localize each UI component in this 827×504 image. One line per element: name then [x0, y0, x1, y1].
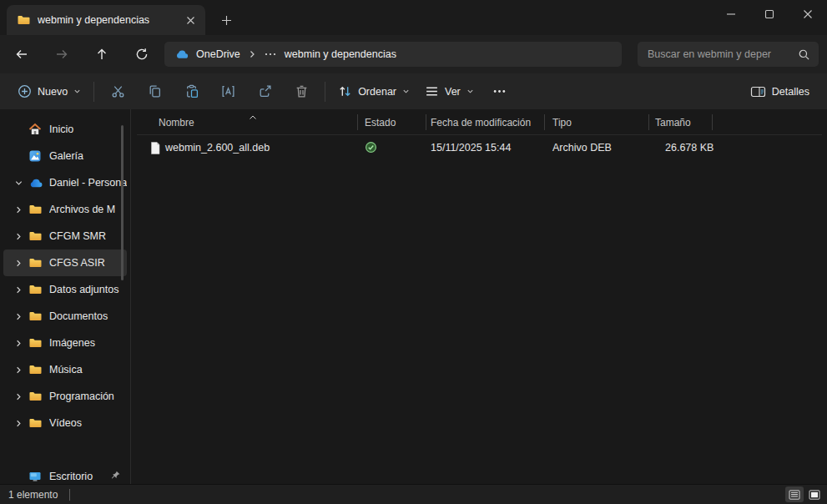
cut-button[interactable]	[99, 78, 136, 105]
command-bar: Nuevo Ordenar	[0, 73, 827, 109]
chevron-right-icon	[14, 392, 23, 401]
rename-button[interactable]	[209, 78, 246, 105]
share-button[interactable]	[246, 78, 283, 105]
folder-icon	[28, 416, 43, 431]
statusbar-divider	[69, 489, 70, 501]
column-header-fecha[interactable]: Fecha de modificación	[431, 117, 531, 129]
search-input[interactable]	[648, 48, 798, 60]
sidebar-item-inicio[interactable]: Inicio	[3, 116, 127, 143]
column-header-tipo[interactable]: Tipo	[552, 117, 572, 129]
sidebar-item-datos-adjuntos[interactable]: Datos adjuntos	[3, 276, 127, 303]
folder-icon	[28, 256, 43, 270]
sidebar-item-label: CFGM SMR	[49, 230, 127, 242]
column-resizer[interactable]	[426, 114, 426, 130]
column-resizer[interactable]	[544, 114, 545, 130]
sidebar-item-label: Inicio	[49, 123, 127, 135]
gallery-icon	[28, 149, 43, 164]
chevron-right-icon	[14, 339, 23, 348]
chevron-right-icon	[14, 285, 23, 295]
maximize-button[interactable]	[750, 0, 789, 28]
sidebar-item-videos[interactable]: Vídeos	[3, 410, 127, 436]
column-resizer[interactable]	[357, 114, 358, 130]
plus-circle-icon	[18, 84, 32, 98]
column-resizer[interactable]	[648, 114, 649, 130]
address-bar[interactable]: OneDrive webmin y dependencias	[164, 42, 622, 67]
file-icon	[149, 141, 162, 159]
chevron-right-icon	[14, 365, 23, 375]
chevron-right-icon	[14, 419, 23, 428]
chevron-down-icon	[466, 88, 474, 95]
sidebar-item-archivos-de-m[interactable]: Archivos de M	[3, 196, 127, 223]
sidebar-item-documentos[interactable]: Documentos	[3, 303, 127, 330]
chevron-down-icon	[402, 88, 410, 95]
chevron-down-icon	[14, 179, 23, 188]
minimize-button[interactable]	[712, 0, 750, 28]
sidebar-item-cfgs-asir[interactable]: CFGS ASIR	[3, 249, 127, 276]
sidebar-item-imagenes[interactable]: Imágenes	[3, 330, 127, 356]
tab-close-button[interactable]	[180, 10, 200, 30]
paste-button[interactable]	[173, 78, 209, 105]
sidebar-spacer	[0, 436, 130, 463]
delete-button[interactable]	[283, 78, 320, 105]
toolbar-divider	[325, 82, 325, 102]
sidebar-item-programacion[interactable]: Programación	[3, 383, 127, 410]
sidebar-item-label: Programación	[49, 391, 127, 402]
search-icon[interactable]	[798, 48, 810, 61]
new-button-label: Nuevo	[38, 86, 68, 98]
column-header-estado[interactable]: Estado	[365, 117, 396, 129]
column-header-nombre[interactable]: Nombre	[159, 117, 194, 129]
sidebar-item-escritorio[interactable]: Escritorio	[3, 463, 127, 484]
file-list-pane: Nombre Estado Fecha de modificación Tipo…	[132, 109, 827, 484]
details-view-toggle[interactable]	[785, 486, 804, 502]
sidebar-item-galeria[interactable]: Galería	[3, 143, 127, 169]
up-button[interactable]	[88, 41, 115, 68]
sidebar-scrollbar[interactable]	[121, 125, 124, 280]
view-button[interactable]: Ver	[417, 78, 482, 105]
column-header-tamano[interactable]: Tamaño	[655, 117, 691, 129]
details-pane-button[interactable]: Detalles	[743, 78, 817, 105]
file-name: webmin_2.600_all.deb	[165, 142, 270, 154]
desktop-icon	[28, 470, 43, 484]
toolbar-divider	[93, 82, 94, 102]
view-button-label: Ver	[445, 86, 461, 98]
folder-icon	[28, 310, 43, 324]
chevron-right-icon	[14, 259, 23, 268]
breadcrumb-current[interactable]: webmin y dependencias	[285, 48, 396, 60]
new-button[interactable]: Nuevo	[10, 78, 88, 105]
explorer-tab[interactable]: webmin y dependencias	[7, 5, 205, 35]
chevron-down-icon	[73, 88, 81, 95]
onedrive-icon	[28, 176, 43, 190]
back-button[interactable]	[8, 41, 35, 68]
sort-ascending-caret-icon	[249, 108, 257, 123]
sidebar-item-cfgm-smr[interactable]: CFGM SMR	[3, 223, 127, 249]
tab-title: webmin y dependencias	[38, 14, 180, 26]
search-box	[638, 42, 819, 67]
sort-button[interactable]: Ordenar	[330, 78, 417, 105]
thumbnail-view-toggle[interactable]	[805, 486, 824, 502]
copy-button[interactable]	[136, 78, 173, 105]
sort-button-label: Ordenar	[358, 86, 396, 98]
breadcrumb-root[interactable]: OneDrive	[196, 48, 240, 60]
window-controls	[712, 0, 827, 28]
sidebar-item-label: Música	[49, 364, 127, 375]
forward-button[interactable]	[48, 41, 75, 68]
chevron-right-icon[interactable]	[248, 50, 256, 58]
sidebar-item-label: Vídeos	[49, 417, 127, 429]
sidebar-item-label: Archivos de M	[49, 204, 127, 215]
refresh-button[interactable]	[129, 41, 155, 68]
sidebar-item-label: Escritorio	[49, 471, 110, 482]
close-button[interactable]	[789, 0, 827, 28]
sidebar-item-label: Galería	[49, 150, 127, 162]
folder-icon	[28, 283, 43, 297]
folder-icon	[28, 390, 43, 404]
file-row[interactable]: webmin_2.600_all.deb 15/11/2025 15:44 Ar…	[132, 135, 827, 161]
sidebar-item-musica[interactable]: Música	[3, 356, 127, 383]
column-resizer[interactable]	[712, 114, 713, 130]
sidebar-item-onedrive-daniel[interactable]: Daniel - Personal	[3, 169, 127, 196]
folder-icon	[28, 229, 43, 244]
pin-icon[interactable]	[110, 469, 122, 484]
more-options-button[interactable]	[482, 78, 518, 105]
folder-icon	[17, 13, 30, 27]
breadcrumb-ellipsis[interactable]	[264, 50, 277, 58]
new-tab-button[interactable]	[215, 10, 237, 30]
